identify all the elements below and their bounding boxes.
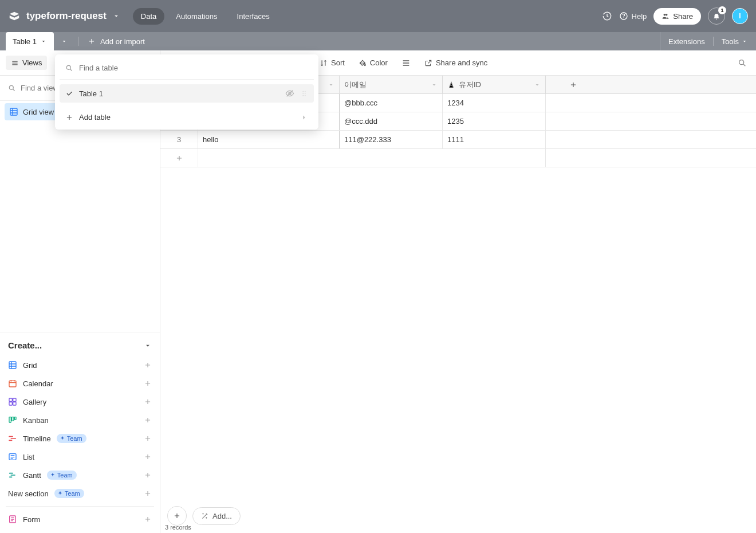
list-icon — [8, 452, 17, 461]
svg-point-18 — [66, 65, 70, 69]
plus-icon — [144, 471, 152, 479]
nav-data[interactable]: Data — [133, 8, 164, 25]
data-grid: 이메일 유저ID 1 @bbb.ccc 1234 2 — [160, 76, 756, 533]
separator — [6, 506, 154, 507]
svg-rect-12 — [12, 417, 14, 421]
notifications-button[interactable]: 1 — [708, 7, 725, 25]
table-switcher-popover: Table 1 Add table — [55, 54, 318, 130]
plus-icon — [144, 416, 152, 424]
table-list-dropdown[interactable] — [54, 32, 74, 50]
table-row[interactable]: 3 hello 111@222.333 1111 — [160, 131, 756, 149]
create-gallery[interactable]: Gallery — [0, 393, 160, 411]
plus-icon — [144, 379, 152, 387]
search-icon — [65, 64, 73, 72]
create-gantt[interactable]: Gantt Team — [0, 466, 160, 484]
svg-point-23 — [305, 93, 306, 94]
nav-automations[interactable]: Automations — [168, 8, 225, 25]
column-label: 유저ID — [459, 80, 481, 90]
create-new-section[interactable]: New section Team — [0, 484, 160, 503]
paint-icon — [359, 59, 367, 67]
sort-button[interactable]: Sort — [314, 55, 351, 70]
add-row[interactable] — [160, 149, 756, 167]
tabrow-right: Extensions Tools — [660, 32, 756, 50]
share-button[interactable]: Share — [653, 8, 701, 25]
svg-rect-13 — [14, 417, 16, 420]
footer-add-menu[interactable]: Add... — [192, 507, 241, 525]
cell-primary[interactable]: hello — [198, 131, 340, 148]
create-item-label: Calendar — [23, 379, 53, 388]
sort-label: Sort — [331, 58, 345, 67]
cell-userid[interactable]: 1111 — [443, 131, 546, 148]
search-icon[interactable] — [738, 58, 747, 68]
find-table-input[interactable] — [79, 64, 308, 72]
avatar[interactable]: I — [732, 8, 748, 24]
history-icon[interactable] — [602, 11, 612, 21]
text-field-icon — [447, 81, 455, 89]
share-sync-label: Share and sync — [436, 58, 487, 67]
hide-icon[interactable] — [285, 89, 294, 98]
svg-rect-5 — [9, 362, 16, 369]
svg-rect-8 — [13, 398, 16, 401]
create-item-label: List — [23, 453, 34, 461]
extensions-button[interactable]: Extensions — [660, 37, 713, 46]
gallery-icon — [8, 397, 17, 406]
popover-table-item[interactable]: Table 1 — [60, 84, 314, 103]
svg-point-25 — [305, 95, 306, 96]
column-header-userid[interactable]: 유저ID — [443, 76, 546, 93]
create-item-label: Timeline — [23, 434, 51, 443]
create-header[interactable]: Create... — [0, 332, 160, 356]
views-label: Views — [22, 58, 42, 67]
search-icon — [8, 84, 16, 92]
cell-email[interactable]: @ccc.ddd — [340, 112, 443, 130]
base-switcher[interactable]: typeform-request — [8, 10, 120, 22]
add-row-plus[interactable] — [160, 149, 198, 167]
cell-userid[interactable]: 1235 — [443, 112, 546, 130]
svg-point-16 — [739, 60, 744, 64]
color-button[interactable]: Color — [353, 55, 393, 70]
gantt-icon — [8, 471, 17, 480]
create-item-label: Kanban — [23, 416, 49, 425]
add-or-import-button[interactable]: Add or import — [82, 32, 151, 50]
popover-add-table[interactable]: Add table — [60, 107, 314, 124]
create-item-label: New section — [8, 489, 49, 498]
plus-icon — [144, 489, 152, 497]
share-sync-button[interactable]: Share and sync — [419, 55, 493, 70]
create-kanban[interactable]: Kanban — [0, 411, 160, 429]
add-column-button[interactable] — [546, 76, 600, 93]
plus-icon — [144, 398, 152, 406]
menu-icon — [11, 59, 19, 67]
table-tab-active[interactable]: Table 1 — [6, 32, 54, 50]
column-label: 이메일 — [344, 80, 367, 90]
chevron-down-icon — [40, 38, 47, 45]
cell-email[interactable]: 111@222.333 — [340, 131, 443, 148]
tools-button[interactable]: Tools — [714, 37, 756, 46]
plus-icon — [144, 434, 152, 442]
create-list[interactable]: List — [0, 448, 160, 466]
row-height-icon — [401, 58, 411, 68]
sort-icon — [320, 59, 328, 67]
cell-email[interactable]: @bbb.ccc — [340, 94, 443, 112]
chevron-down-icon — [328, 81, 334, 88]
create-form[interactable]: Form — [0, 510, 160, 528]
cell-userid[interactable]: 1234 — [443, 94, 546, 112]
drag-handle-icon[interactable] — [300, 89, 308, 97]
sparkle-icon — [50, 472, 56, 478]
nav-interfaces[interactable]: Interfaces — [229, 8, 278, 25]
column-header-email[interactable]: 이메일 — [340, 76, 443, 93]
popover-table-name: Table 1 — [79, 89, 103, 98]
svg-rect-4 — [10, 108, 17, 115]
plus-icon — [144, 515, 152, 523]
chevron-down-icon — [534, 81, 541, 88]
views-toggle[interactable]: Views — [6, 56, 47, 70]
table-tab-label: Table 1 — [13, 37, 37, 46]
help-button[interactable]: Help — [619, 11, 647, 21]
create-grid[interactable]: Grid — [0, 356, 160, 374]
create-timeline[interactable]: Timeline Team — [0, 429, 160, 448]
footer-add-row[interactable] — [167, 506, 187, 526]
chevron-right-icon — [300, 113, 308, 122]
row-height-button[interactable] — [396, 55, 416, 71]
create-calendar[interactable]: Calendar — [0, 374, 160, 393]
svg-rect-6 — [9, 381, 16, 387]
plus-icon — [173, 512, 181, 520]
grid-icon — [8, 360, 17, 370]
